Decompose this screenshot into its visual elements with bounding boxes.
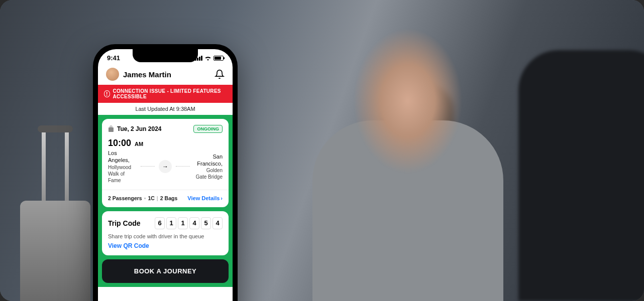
last-updated: Last Updated At 9:38AM	[98, 103, 233, 115]
view-qr-link[interactable]: View QR Code	[108, 242, 223, 249]
wifi-icon	[204, 56, 211, 61]
status-badge-ongoing: ONGOING	[193, 125, 223, 133]
trip-code-digits: 6 1 1 4 5 4	[155, 217, 223, 229]
journey-date: Tue, 2 Jun 2024	[117, 125, 161, 132]
origin-city: Los Angeles,	[108, 149, 137, 164]
status-time: 9:41	[107, 54, 120, 62]
origin-detail: Hollywood Walk of Fame	[108, 164, 137, 184]
trip-code-card: Trip Code 6 1 1 4 5 4 Share trip code wi…	[102, 211, 229, 255]
phone-notch	[133, 49, 198, 62]
svg-rect-0	[109, 127, 114, 132]
connection-alert: ! CONNECTION ISSUE - LIMITED FEATURES AC…	[98, 85, 233, 103]
chevron-right-icon: ›	[221, 195, 223, 201]
journey-meta: 2 Passengers•1C|2 Bags	[108, 195, 177, 201]
phone-home-screen: 9:41 James Martin ! CONNECTION ISSUE - L…	[93, 44, 238, 301]
battery-icon	[213, 56, 224, 61]
trip-code-title: Trip Code	[108, 219, 141, 227]
book-journey-button[interactable]: BOOK A JOURNEY	[102, 259, 229, 283]
suitcase-prop	[20, 120, 90, 301]
dest-detail: Golden Gate Bridge	[194, 167, 223, 180]
bell-icon[interactable]	[214, 69, 225, 79]
avatar[interactable]	[106, 68, 119, 81]
username: James Martin	[123, 70, 171, 79]
alert-icon: !	[104, 90, 110, 97]
arrow-right-icon: →	[159, 160, 172, 173]
trip-code-desc: Share trip code with driver in the queue	[108, 233, 223, 239]
journey-card: Tue, 2 Jun 2024 ONGOING 10:00 AM Los Ang…	[102, 119, 229, 207]
view-details-link[interactable]: View Details ›	[187, 195, 223, 201]
suitcase-icon	[108, 125, 114, 132]
dest-city: San Francisco,	[194, 153, 223, 168]
svg-rect-1	[110, 126, 112, 127]
journey-time: 10:00 AM	[108, 138, 223, 148]
promo-stage: 9:41 Martin⌄ NEYS HISTORY All Journeys⌄ …	[0, 0, 644, 301]
